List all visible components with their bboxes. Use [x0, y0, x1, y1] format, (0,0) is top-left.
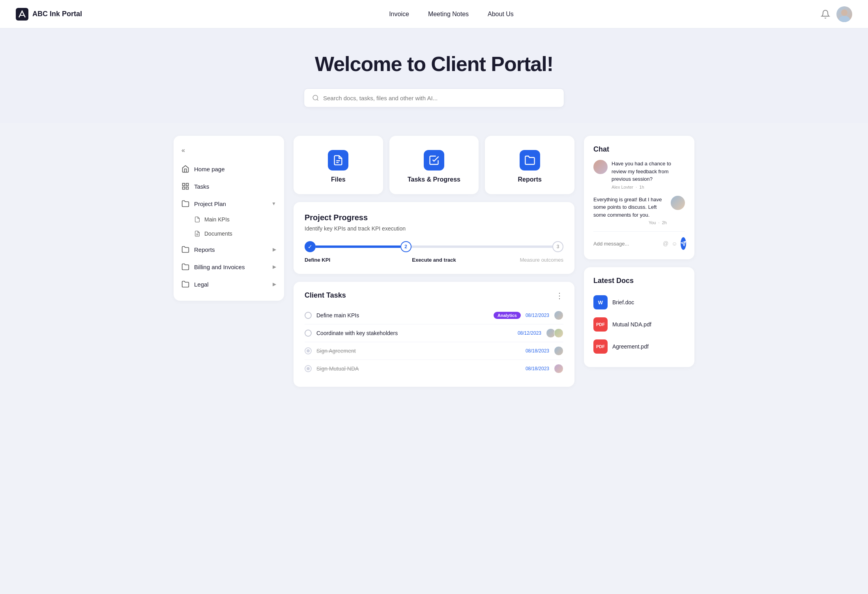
task-radio-2[interactable]: [305, 330, 312, 337]
chat-avatar-1: [593, 160, 608, 174]
chat-msg-content-2: Everything is great! But I have some poi…: [593, 196, 667, 225]
sidebar-label-tasks: Tasks: [194, 183, 276, 190]
chat-message-2: Everything is great! But I have some poi…: [593, 196, 685, 225]
chat-message-input[interactable]: [593, 241, 660, 247]
at-icon[interactable]: @: [663, 240, 668, 247]
home-icon: [181, 165, 189, 173]
client-tasks-card: Client Tasks ⋮ Define main KPIs Analytic…: [294, 282, 574, 387]
client-tasks-title: Client Tasks: [305, 291, 346, 300]
files-label: Files: [331, 176, 345, 183]
tasks-progress-icon: [424, 150, 444, 171]
task-avatars-4: [554, 364, 563, 373]
task-label-4: Sign Mutual NDA: [316, 365, 521, 372]
task-radio-3[interactable]: [305, 347, 312, 354]
task-avatars-2: [546, 328, 563, 338]
nav-meeting-notes[interactable]: Meeting Notes: [428, 11, 469, 18]
search-icon: [312, 94, 319, 101]
progress-label-3: Measure outcomes: [477, 257, 563, 263]
project-progress-card: Project Progress Identify key KPIs and t…: [294, 202, 574, 274]
nav-invoice[interactable]: Invoice: [389, 11, 409, 18]
sidebar-item-legal[interactable]: Legal ▶: [174, 275, 284, 293]
logo-icon: [16, 8, 28, 21]
svg-rect-8: [183, 187, 185, 189]
right-column: Chat Have you had a chance to review my …: [584, 136, 694, 387]
chat-msg-meta-2: You · 2h: [593, 220, 667, 225]
feature-cards-row: Files Tasks & Progress: [294, 136, 574, 194]
task-date-1: 08/12/2023: [526, 313, 549, 318]
task-row-1: Define main KPIs Analytics 08/12/2023: [305, 307, 563, 324]
chevron-down-icon: ▼: [271, 201, 276, 206]
latest-docs-title: Latest Docs: [593, 277, 685, 285]
files-icon: [328, 150, 348, 171]
progress-step-2-dot: 2: [400, 241, 412, 252]
svg-point-2: [839, 16, 850, 22]
chat-send-button[interactable]: [681, 237, 686, 250]
progress-label-2: Execute and track: [391, 257, 477, 263]
emoji-icon[interactable]: ☺: [672, 240, 677, 247]
reports-chevron-icon: ▶: [273, 247, 276, 252]
document-icon: [194, 230, 200, 237]
doc-name-1: Brief.doc: [612, 299, 634, 305]
sidebar-item-billing[interactable]: Billing and Invoices ▶: [174, 258, 284, 275]
pdf-doc-icon-2: PDF: [593, 339, 608, 354]
sidebar-label-legal: Legal: [194, 281, 268, 288]
project-progress-subtitle: Identify key KPIs and track KPI executio…: [305, 225, 563, 232]
task-row-3: Sign Agreement 08/18/2023: [305, 342, 563, 360]
task-row-2: Coordinate with key stakeholders 08/12/2…: [305, 324, 563, 342]
word-doc-icon: W: [593, 295, 608, 309]
search-bar: [304, 88, 564, 107]
doc-item-3[interactable]: PDF Agreement.pdf: [593, 335, 685, 358]
sidebar-item-documents[interactable]: Documents: [194, 227, 284, 241]
doc-item-2[interactable]: PDF Mutual NDA.pdf: [593, 313, 685, 335]
reports-folder-icon: [181, 245, 189, 253]
legal-folder-icon: [181, 280, 189, 288]
tasks-icon: [181, 182, 189, 190]
chat-input-row: @ ☺: [593, 231, 685, 250]
task-date-4: 08/18/2023: [526, 366, 549, 371]
chat-avatar-2: [671, 196, 685, 210]
sidebar-item-tasks[interactable]: Tasks: [174, 178, 284, 195]
chat-msg-text-2: Everything is great! But I have some poi…: [593, 196, 667, 219]
sidebar-label-project-plan: Project Plan: [194, 200, 267, 207]
progress-step-3-dot: 3: [552, 241, 563, 252]
progress-step-1-check: ✓: [305, 241, 316, 252]
sidebar-item-project-plan[interactable]: Project Plan ▼: [174, 195, 284, 212]
chat-msg-content-1: Have you had a chance to review my feedb…: [612, 160, 685, 189]
nav-about-us[interactable]: About Us: [488, 11, 514, 18]
chat-card: Chat Have you had a chance to review my …: [584, 136, 694, 259]
chat-msg-text-1: Have you had a chance to review my feedb…: [612, 160, 685, 183]
app-logo[interactable]: ABC Ink Portal: [16, 8, 82, 21]
tasks-more-menu-button[interactable]: ⋮: [556, 292, 563, 300]
notification-bell-icon[interactable]: [821, 9, 830, 19]
chat-input-icons: @ ☺: [663, 240, 677, 247]
task-radio-4[interactable]: [305, 365, 312, 372]
hero-section: Welcome to Client Portal!: [0, 28, 868, 123]
task-date-3: 08/18/2023: [526, 348, 549, 354]
user-avatar[interactable]: [836, 6, 852, 22]
svg-rect-5: [183, 184, 185, 186]
billing-chevron-icon: ▶: [273, 264, 276, 270]
task-radio-1[interactable]: [305, 312, 312, 319]
hero-title: Welcome to Client Portal!: [16, 52, 852, 76]
task-avatars-3: [554, 346, 563, 356]
sidebar: « Home page Tasks Project Pla: [174, 136, 284, 301]
task-badge-analytics: Analytics: [494, 312, 521, 319]
task-date-2: 08/12/2023: [518, 330, 541, 336]
files-card[interactable]: Files: [294, 136, 383, 194]
tasks-progress-card[interactable]: Tasks & Progress: [389, 136, 479, 194]
sidebar-item-reports[interactable]: Reports ▶: [174, 241, 284, 258]
doc-name-2: Mutual NDA.pdf: [612, 321, 651, 328]
client-tasks-header: Client Tasks ⋮: [305, 291, 563, 300]
doc-item-1[interactable]: W Brief.doc: [593, 291, 685, 313]
sidebar-label-reports: Reports: [194, 246, 268, 253]
tasks-progress-label: Tasks & Progress: [408, 176, 460, 183]
search-input[interactable]: [323, 95, 556, 101]
reports-card[interactable]: Reports: [485, 136, 574, 194]
sidebar-collapse-button[interactable]: «: [174, 144, 284, 160]
sidebar-item-main-kpis[interactable]: Main KPIs: [194, 212, 284, 227]
center-column: Files Tasks & Progress: [294, 136, 574, 387]
progress-bar-fill: [316, 245, 400, 248]
svg-point-1: [841, 9, 847, 16]
sidebar-item-home[interactable]: Home page: [174, 160, 284, 178]
task-label-1: Define main KPIs: [316, 312, 489, 319]
